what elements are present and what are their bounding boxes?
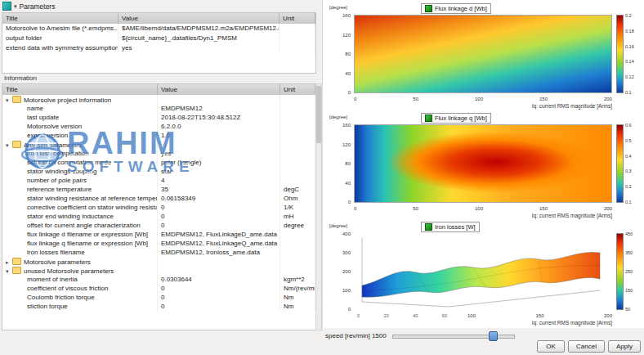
row-title: reference temperature xyxy=(2,185,158,194)
x-axis-ticks: 050100150200 xyxy=(354,206,612,211)
table-empty-area xyxy=(2,53,315,73)
scrollbar[interactable] xyxy=(315,83,322,330)
colormap-legend-icon xyxy=(425,223,432,231)
folder-icon xyxy=(12,258,21,265)
table-row[interactable]: saturation computation mode polar (I,ang… xyxy=(2,158,315,167)
y-axis-unit: [degree] xyxy=(329,115,347,119)
information-header-row: Title Value Unit xyxy=(2,84,315,95)
table-row[interactable]: iron loss computation yes xyxy=(2,149,315,158)
colorbar-ticks: 0.20.180.160.140.120.1 xyxy=(625,13,642,95)
expand-arrow-icon[interactable]: ▸ xyxy=(6,258,12,266)
table-row[interactable]: coefficient of viscous friction 0Nm/(rev… xyxy=(2,284,315,293)
table-row[interactable]: Coulomb friction torque 0Nm xyxy=(2,293,315,302)
table-row[interactable]: iron losses filename EMDPMSM12, Ironloss… xyxy=(2,248,315,257)
param-title: output folder xyxy=(2,34,119,43)
y-axis-ticks: 16012080400 xyxy=(331,13,351,95)
table-row[interactable]: output folder ${circuit_name}_.datafiles… xyxy=(2,34,315,43)
heatmap-flux-q xyxy=(354,124,612,203)
chevron-down-icon[interactable]: ▾ xyxy=(14,3,17,10)
ok-button[interactable]: OK xyxy=(537,340,565,353)
y-axis-unit: [degree] xyxy=(329,223,347,228)
chart-flux-linkage-q: Flux linkage q [Wb] [degree] 16012080400… xyxy=(324,113,643,219)
speed-control: speed [rev/min] 1500 xyxy=(325,330,515,340)
cancel-button[interactable]: Cancel xyxy=(568,340,605,353)
scrollbar-thumb[interactable] xyxy=(316,86,321,143)
expand-arrow-icon[interactable]: ▾ xyxy=(6,141,12,149)
colormap-legend-icon xyxy=(425,5,432,12)
colorbar xyxy=(616,15,624,93)
z-axis-ticks: 4003002001000 xyxy=(331,231,351,312)
column-header-value[interactable]: Value xyxy=(119,13,280,24)
heatmap-flux-d xyxy=(354,15,612,93)
table-row[interactable]: stator windings coupling star xyxy=(2,167,315,176)
x-axis-label: Iq: current RMS magnitude [Arms] xyxy=(532,103,612,109)
table-row[interactable]: extend data with symmetry assumptions ye… xyxy=(2,43,315,53)
legend-label: Iron losses [W] xyxy=(435,223,476,231)
folder-icon xyxy=(12,96,21,103)
colorbar-ticks: 45035025015050 xyxy=(625,231,642,312)
speed-slider[interactable] xyxy=(392,331,515,339)
chart-flux-linkage-d: Flux linkage d [Wb] [degree] 16012080400… xyxy=(324,3,643,110)
row-title: offset for current angle characterizatio… xyxy=(2,221,158,230)
legend-flux-q[interactable]: Flux linkage q [Wb] xyxy=(421,113,491,124)
param-unit xyxy=(280,34,315,43)
column-header-value[interactable]: Value xyxy=(158,84,280,95)
expand-arrow-icon[interactable]: ▾ xyxy=(6,267,12,275)
parameters-dialog: ▾ Parameters Title Value Unit Motorsolve… xyxy=(0,0,644,355)
table-row[interactable]: Motorsolve version 6.2.0.0 xyxy=(2,122,315,131)
dialog-titlebar: ▾ Parameters xyxy=(2,1,55,11)
param-value[interactable]: ${circuit_name}_.datafiles/Dyn1_PMSM xyxy=(119,34,280,43)
row-title: unused Motorsolve parameters xyxy=(24,267,114,275)
column-header-unit[interactable]: Unit xyxy=(280,13,315,24)
table-row-group[interactable]: ▾unused Motorsolve parameters xyxy=(2,266,315,275)
row-title: stator windings coupling xyxy=(2,167,158,176)
table-row[interactable]: Motorsolve to Amesim file (*.emdpms... $… xyxy=(2,24,315,34)
table-row[interactable]: name EMDPMSM12 xyxy=(2,104,315,113)
table-row-group[interactable]: ▸Motorsolve parameters xyxy=(2,257,315,266)
table-row[interactable]: stiction torque 0Nm xyxy=(2,302,315,311)
legend-flux-d[interactable]: Flux linkage d [Wb] xyxy=(421,3,491,14)
chart-iron-losses: Iron losses [W] [degree] 4003002001000 xyxy=(324,222,643,326)
x-axis-label: Iq: current RMS magnitude [Arms] xyxy=(532,213,612,218)
table-row[interactable]: offset for current angle characterizatio… xyxy=(2,221,315,230)
apply-button[interactable]: Apply xyxy=(608,340,641,353)
row-title: flux linkage q filename or expression [W… xyxy=(2,239,158,248)
table-row[interactable]: last update 2018-08-22T15:30:48.512Z xyxy=(2,113,315,122)
x-axis-label: Iq: current RMS magnitude [Arms] xyxy=(532,320,612,326)
row-title: Motorsolve project information xyxy=(24,97,111,104)
row-title: coefficient of viscous friction xyxy=(2,284,158,293)
colormap-legend-icon xyxy=(425,115,432,122)
table-row-group[interactable]: ▾Amesim parameters xyxy=(2,140,315,149)
table-row[interactable]: flux linkage q filename or expression [W… xyxy=(2,239,315,248)
y-axis-unit: [degree] xyxy=(329,5,347,10)
table-row-group[interactable]: ▾Motorsolve project information xyxy=(2,95,315,104)
table-row[interactable]: stator winding resistance at reference t… xyxy=(2,194,315,203)
colorbar xyxy=(616,124,624,203)
row-title: stator winding resistance at reference t… xyxy=(2,194,158,203)
column-header-title[interactable]: Title xyxy=(2,84,158,95)
param-value[interactable]: $AME/libemd/data/EMDPMSM12.m2a/EMDPMSM12… xyxy=(119,24,280,34)
column-header-title[interactable]: Title xyxy=(2,13,119,24)
table-row[interactable]: corrective coefficient on stator winding… xyxy=(2,203,315,212)
param-value[interactable]: yes xyxy=(119,43,280,53)
row-title: Coulomb friction torque xyxy=(2,293,158,302)
table-row[interactable]: reference temperature 35degC xyxy=(2,185,315,194)
table-row[interactable]: moment of inertia 0.0303644kgm**2 xyxy=(2,275,315,284)
table-row[interactable]: export version 1.0 xyxy=(2,131,315,140)
row-title: iron loss computation xyxy=(2,149,158,158)
parameters-header-row: Title Value Unit xyxy=(2,13,315,24)
row-title: stator end winding inductance xyxy=(2,212,158,221)
table-row[interactable]: stator end winding inductance 0mH xyxy=(2,212,315,221)
expand-arrow-icon[interactable]: ▾ xyxy=(6,96,12,104)
column-header-unit[interactable]: Unit xyxy=(280,84,315,95)
slider-handle[interactable] xyxy=(489,331,498,341)
param-title: Motorsolve to Amesim file (*.emdpms... xyxy=(2,24,119,34)
table-row[interactable]: number of pole pairs 4 xyxy=(2,176,315,185)
information-table: Title Value Unit ▾Motorsolve project inf… xyxy=(2,83,316,330)
component-icon xyxy=(2,2,11,11)
row-title: export version xyxy=(2,131,158,140)
legend-iron-losses[interactable]: Iron losses [W] xyxy=(421,222,480,232)
table-row[interactable]: flux linkage d filename or expression [W… xyxy=(2,230,315,239)
x-axis-ticks: 050100150200 xyxy=(354,97,612,101)
speed-label: speed [rev/min] 1500 xyxy=(325,332,387,339)
